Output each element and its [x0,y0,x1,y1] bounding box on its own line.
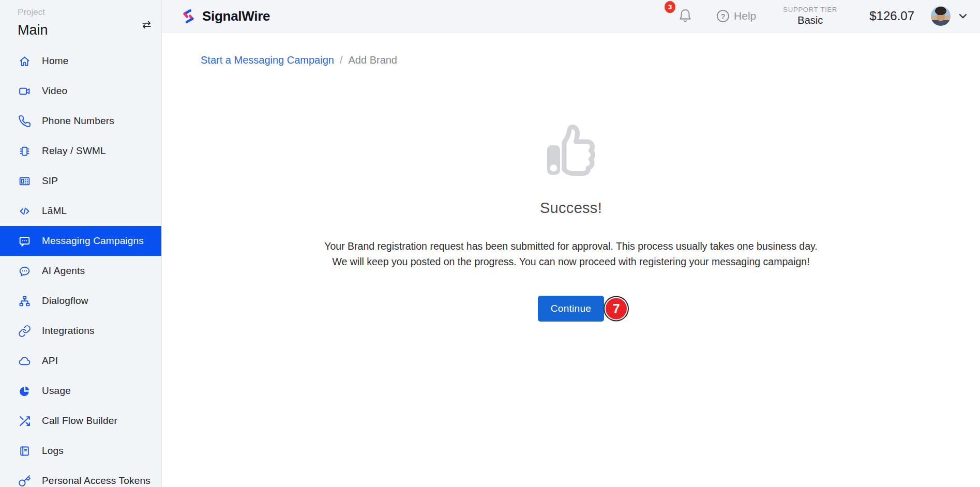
breadcrumb-current: Add Brand [348,54,397,66]
code-icon [18,204,31,218]
sidebar-item-label: Dialogflow [42,295,88,307]
sidebar-item-label: Phone Numbers [42,115,114,127]
fax-phone-icon [18,174,31,188]
continue-button[interactable]: Continue 7 [538,296,604,322]
project-header: Project Main [0,0,161,38]
chat-bubble-icon [18,234,31,248]
thumbs-up-icon [539,120,603,182]
sidebar-item-phone-numbers[interactable]: Phone Numbers [0,106,161,136]
support-tier-label: SUPPORT TIER [783,6,837,13]
breadcrumb-link-start-messaging-campaign[interactable]: Start a Messaging Campaign [201,54,334,66]
sidebar-item-integrations[interactable]: Integrations [0,316,161,346]
sidebar-item-messaging-campaigns[interactable]: Messaging Campaigns [0,226,161,256]
sidebar-item-relay-swml[interactable]: Relay / SWML [0,136,161,166]
chevron-down-icon[interactable] [957,10,969,22]
breadcrumb-separator: / [340,54,343,66]
sidebar-item-label: Home [42,55,68,67]
sidebar-item-api[interactable]: API [0,346,161,376]
sidebar-item-label: Logs [42,445,64,456]
success-message: Your Brand registration request has been… [323,239,819,269]
sidebar-nav: Home Video Phone Numbers Relay / SWML SI… [0,46,161,487]
main-content: Start a Messaging Campaign / Add Brand S… [162,33,980,487]
sidebar-item-label: Personal Access Tokens [42,475,150,486]
sidebar-item-label: Relay / SWML [42,145,106,157]
support-tier: SUPPORT TIER Basic [783,6,837,26]
shuffle-icon [18,414,31,428]
bell-icon [677,8,693,24]
signalwire-logo[interactable]: SignalWire [180,8,270,25]
help-button[interactable]: ? Help [717,10,756,22]
chip-icon [18,144,31,158]
video-camera-icon [18,84,31,98]
cta-row: Continue 7 [162,296,980,322]
question-mark-icon: ? [717,10,729,22]
sidebar: Project Main Home Video [0,0,162,487]
switch-project-button[interactable] [139,18,154,31]
sidebar-item-label: Integrations [42,325,95,337]
cloud-icon [18,354,31,368]
sidebar-item-label: AI Agents [42,265,85,277]
topbar: SignalWire 3 ? Help SUPPORT TIER Basic $… [162,0,980,33]
sidebar-item-label: Video [42,85,67,97]
sidebar-item-sip[interactable]: SIP [0,166,161,196]
help-label: Help [734,10,756,22]
notifications-button[interactable]: 3 [677,8,693,24]
account-balance[interactable]: $126.07 [869,9,914,23]
swap-arrows-icon [140,19,154,31]
home-icon [18,54,31,68]
speech-bubble-icon [18,264,31,278]
sidebar-item-label: Usage [42,385,71,397]
project-name: Main [18,22,144,38]
annotation-marker-7: 7 [606,298,627,319]
signalwire-logo-icon [180,8,197,25]
sidebar-item-laml[interactable]: LāML [0,196,161,226]
sidebar-item-ai-agents[interactable]: AI Agents [0,256,161,286]
sidebar-item-label: Messaging Campaigns [42,235,144,247]
notification-count-badge: 3 [665,1,675,13]
sidebar-item-label: Call Flow Builder [42,415,117,427]
sidebar-item-dialogflow[interactable]: Dialogflow [0,286,161,316]
avatar[interactable] [931,6,951,26]
key-icon [18,474,31,487]
success-panel: Success! Your Brand registration request… [162,66,980,322]
link-icon [18,324,31,338]
sidebar-item-home[interactable]: Home [0,46,161,76]
sidebar-item-video[interactable]: Video [0,76,161,106]
flow-tree-icon [18,294,31,308]
pie-chart-icon [18,384,31,398]
support-tier-value: Basic [783,14,837,26]
brand-name: SignalWire [202,8,270,24]
book-icon [18,444,31,458]
phone-icon [18,114,31,128]
success-heading: Success! [162,200,980,217]
sidebar-item-usage[interactable]: Usage [0,376,161,406]
sidebar-item-personal-access-tokens[interactable]: Personal Access Tokens [0,466,161,487]
topbar-right: 3 ? Help SUPPORT TIER Basic $126.07 [677,6,969,26]
continue-button-label: Continue [551,303,591,314]
project-label: Project [18,7,144,18]
breadcrumb: Start a Messaging Campaign / Add Brand [162,33,980,66]
sidebar-item-logs[interactable]: Logs [0,436,161,466]
sidebar-item-label: API [42,355,58,367]
sidebar-item-call-flow-builder[interactable]: Call Flow Builder [0,406,161,436]
sidebar-item-label: LāML [42,205,67,217]
sidebar-item-label: SIP [42,175,58,187]
